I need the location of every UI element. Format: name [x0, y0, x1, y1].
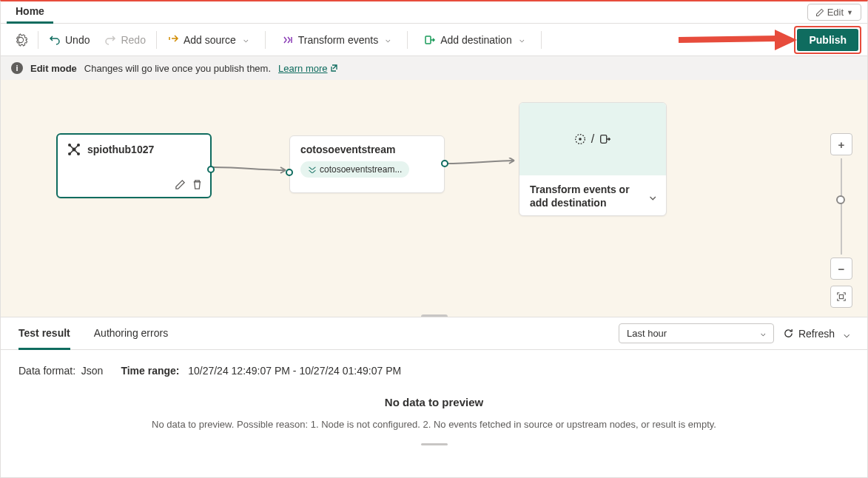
add-destination-label: Add destination [440, 34, 512, 46]
transform-events-button[interactable]: Transform events ⌵ [275, 30, 398, 50]
chevron-down-icon[interactable]: ⌵ [844, 328, 850, 340]
connector-1 [212, 163, 293, 175]
svg-rect-0 [425, 36, 431, 44]
svg-rect-8 [601, 135, 607, 144]
separator [38, 31, 38, 49]
separator [265, 31, 266, 49]
time-range-dropdown[interactable]: Last hour ⌵ [619, 323, 774, 343]
undo-icon [49, 34, 61, 46]
separator [407, 31, 408, 49]
chevron-down-icon: ⌵ [761, 329, 766, 338]
zoom-out-button[interactable]: − [830, 257, 852, 280]
refresh-icon [783, 328, 794, 339]
undo-label: Undo [65, 34, 90, 46]
fit-icon [836, 292, 847, 302]
add-destination-button[interactable]: Add destination ⌵ [417, 30, 532, 50]
node-placeholder[interactable]: / Transform events or add destination ⌵ [519, 102, 667, 216]
redo-button: Redo [97, 30, 152, 50]
chevron-down-icon: ⌵ [386, 35, 391, 44]
separator [156, 31, 157, 49]
transform-icon [282, 34, 294, 46]
tab-test-result[interactable]: Test result [18, 318, 70, 350]
annotation-arrow [675, 27, 801, 53]
edit-node-button[interactable] [175, 179, 186, 192]
chevron-down-icon: ⌵ [243, 35, 249, 44]
external-link-icon [329, 64, 338, 73]
eventstream-pill[interactable]: cotosoeventstream... [300, 161, 409, 178]
learn-more-label: Learn more [278, 63, 327, 74]
settings-button[interactable] [7, 29, 35, 51]
output-icon [599, 132, 612, 146]
info-bar: i Edit mode Changes will go live once yo… [1, 56, 867, 80]
stream-icon [308, 165, 317, 174]
refresh-button[interactable]: Refresh [783, 328, 835, 340]
node-source[interactable]: spiothub1027 [56, 133, 212, 198]
iot-hub-icon [67, 142, 81, 157]
destination-icon [424, 34, 436, 46]
edit-mode-message: Changes will go live once you publish th… [84, 63, 271, 74]
time-range-field-label: Time range: [121, 365, 179, 377]
delete-node-button[interactable] [192, 179, 203, 192]
learn-more-link[interactable]: Learn more [278, 63, 337, 74]
zoom-thumb[interactable] [836, 195, 845, 204]
chevron-down-icon: ⌵ [519, 35, 525, 44]
slash-label: / [591, 132, 594, 146]
add-source-button[interactable]: Add source ⌵ [160, 30, 256, 50]
drag-handle[interactable] [421, 443, 448, 445]
eventstream-pill-label: cotosoeventstream... [320, 164, 402, 175]
publish-highlight: Publish [794, 26, 861, 54]
output-port[interactable] [207, 166, 215, 173]
add-source-label: Add source [184, 34, 236, 46]
refresh-label: Refresh [798, 328, 835, 340]
node-eventstream-title: cotosoeventstream [300, 144, 434, 155]
redo-label: Redo [121, 34, 145, 46]
input-port[interactable] [286, 169, 293, 176]
output-port[interactable] [441, 160, 448, 167]
svg-point-7 [579, 138, 582, 141]
publish-button[interactable]: Publish [797, 29, 858, 51]
pencil-icon [815, 8, 824, 17]
undo-button[interactable]: Undo [41, 30, 97, 50]
chevron-down-icon[interactable]: ⌵ [650, 190, 656, 202]
data-format-value: Json [81, 365, 104, 377]
time-range-label: Last hour [627, 328, 667, 339]
transform-gear-icon [573, 132, 587, 146]
transform-events-label: Transform events [298, 34, 378, 46]
separator [541, 31, 542, 49]
node-placeholder-label: Transform events or add destination [530, 183, 645, 209]
svg-rect-9 [839, 294, 843, 298]
fit-view-button[interactable] [830, 286, 852, 308]
edit-dropdown-label: Edit [827, 7, 844, 18]
gear-icon [14, 33, 27, 47]
time-range-value: 10/27/24 12:49:07 PM - 10/27/24 01:49:07… [188, 365, 401, 377]
source-icon [167, 34, 179, 46]
edit-dropdown[interactable]: Edit ▼ [807, 4, 861, 21]
node-source-title: spiothub1027 [87, 144, 154, 155]
caret-down-icon: ▼ [847, 9, 853, 16]
no-data-title: No data to preview [18, 396, 850, 408]
resize-handle[interactable] [421, 314, 448, 317]
no-data-subtitle: No data to preview. Possible reason: 1. … [18, 419, 850, 430]
flow-canvas[interactable]: spiothub1027 cotosoeventstream cotosoeve… [1, 80, 867, 317]
connector-2 [443, 158, 522, 172]
node-eventstream[interactable]: cotosoeventstream cotosoeventstream... [289, 135, 445, 193]
tab-authoring-errors[interactable]: Authoring errors [94, 318, 168, 350]
data-format-label: Data format: [18, 365, 75, 377]
zoom-slider[interactable] [841, 158, 842, 255]
redo-icon [104, 34, 116, 46]
zoom-in-button[interactable]: + [830, 133, 852, 155]
tab-home[interactable]: Home [7, 1, 53, 24]
edit-mode-label: Edit mode [30, 63, 77, 74]
info-icon: i [11, 62, 23, 74]
